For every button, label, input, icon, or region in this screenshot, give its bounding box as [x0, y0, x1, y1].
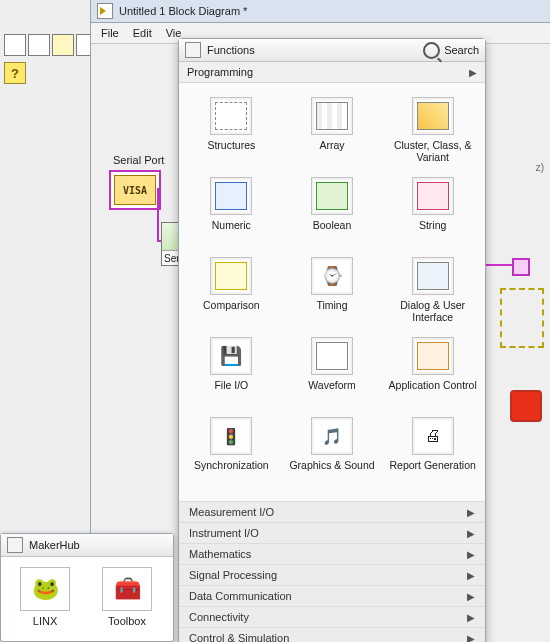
- palette-item-label: Numeric: [212, 219, 251, 243]
- chevron-right-icon: ▶: [467, 570, 475, 581]
- menu-file[interactable]: File: [101, 27, 119, 39]
- category-label: Signal Processing: [189, 569, 277, 581]
- control-label: Serial Port: [113, 154, 164, 166]
- category-signal-processing[interactable]: Signal Processing▶: [179, 564, 485, 585]
- palette-item-fileio[interactable]: 💾 File I/O: [181, 333, 282, 413]
- palette-item-label: Timing: [316, 299, 347, 323]
- pin-icon[interactable]: [7, 537, 23, 553]
- context-help-button[interactable]: ?: [4, 62, 26, 84]
- chevron-right-icon: ▶: [467, 633, 475, 643]
- category-measurement-io[interactable]: Measurement I/O▶: [179, 501, 485, 522]
- structures-icon: [210, 97, 252, 135]
- waveform-icon: [311, 337, 353, 375]
- palette-item-appcontrol[interactable]: Application Control: [382, 333, 483, 413]
- terminal[interactable]: [512, 258, 530, 276]
- palette-item-label: Comparison: [203, 299, 260, 323]
- palette-item-linx[interactable]: 🐸 LINX: [15, 567, 75, 627]
- section-label: Programming: [187, 66, 253, 78]
- palette-item-array[interactable]: Array: [282, 93, 383, 173]
- palette-item-label: LINX: [33, 615, 57, 627]
- category-connectivity[interactable]: Connectivity▶: [179, 606, 485, 627]
- palette-item-string[interactable]: String: [382, 173, 483, 253]
- category-label: Data Communication: [189, 590, 292, 602]
- palette-item-numeric[interactable]: Numeric: [181, 173, 282, 253]
- string-icon: [412, 177, 454, 215]
- palette-item-waveform[interactable]: Waveform: [282, 333, 383, 413]
- palette-item-label: Boolean: [313, 219, 352, 243]
- palette-body: 🐸 LINX 🧰 Toolbox: [1, 557, 173, 641]
- palette-item-comparison[interactable]: Comparison: [181, 253, 282, 333]
- palette-item-label: Report Generation: [389, 459, 475, 483]
- category-instrument-io[interactable]: Instrument I/O▶: [179, 522, 485, 543]
- window-titlebar[interactable]: Untitled 1 Block Diagram *: [91, 0, 550, 23]
- cluster-icon: [412, 97, 454, 135]
- visa-node-text: VISA: [114, 175, 156, 205]
- window-title: Untitled 1 Block Diagram *: [119, 5, 247, 17]
- palette-item-label: Array: [319, 139, 344, 163]
- tool-button[interactable]: [52, 34, 74, 56]
- chevron-right-icon: ▶: [467, 549, 475, 560]
- palette-item-structures[interactable]: Structures: [181, 93, 282, 173]
- icon-glyph: 🧰: [114, 576, 141, 602]
- category-mathematics[interactable]: Mathematics▶: [179, 543, 485, 564]
- array-icon: [311, 97, 353, 135]
- loop-fragment: [500, 288, 544, 348]
- palette-item-report[interactable]: 🖨 Report Generation: [382, 413, 483, 493]
- pin-icon[interactable]: [185, 42, 201, 58]
- tool-button[interactable]: [4, 34, 26, 56]
- palette-item-timing[interactable]: ⌚ Timing: [282, 253, 383, 333]
- palette-title: Functions: [207, 44, 417, 56]
- palette-item-sync[interactable]: 🚦 Synchronization: [181, 413, 282, 493]
- search-label: Search: [444, 44, 479, 56]
- tool-button[interactable]: [28, 34, 50, 56]
- category-label: Control & Simulation: [189, 632, 289, 642]
- icon-glyph: 🐸: [32, 576, 59, 602]
- palette-item-boolean[interactable]: Boolean: [282, 173, 383, 253]
- report-icon: 🖨: [412, 417, 454, 455]
- palette-item-cluster[interactable]: Cluster, Class, & Variant: [382, 93, 483, 173]
- chevron-right-icon: ▶: [467, 591, 475, 602]
- timing-icon: ⌚: [311, 257, 353, 295]
- palette-item-label: Cluster, Class, & Variant: [384, 139, 481, 163]
- chevron-right-icon: ▶: [467, 612, 475, 623]
- toolbox-icon: 🧰: [102, 567, 152, 611]
- linx-icon: 🐸: [20, 567, 70, 611]
- chevron-right-icon: ▶: [469, 67, 477, 78]
- functions-palette: Functions Search Programming ▶ Structure…: [178, 38, 486, 642]
- palette-item-label: Synchronization: [194, 459, 269, 483]
- palette-item-toolbox[interactable]: 🧰 Toolbox: [97, 567, 157, 627]
- palette-item-label: Toolbox: [108, 615, 146, 627]
- category-label: Connectivity: [189, 611, 249, 623]
- palette-item-label: Waveform: [308, 379, 355, 403]
- palette-titlebar[interactable]: Functions Search: [179, 39, 485, 62]
- sync-icon: 🚦: [210, 417, 252, 455]
- category-label: Instrument I/O: [189, 527, 259, 539]
- category-data-communication[interactable]: Data Communication▶: [179, 585, 485, 606]
- category-control-simulation[interactable]: Control & Simulation▶: [179, 627, 485, 642]
- visa-resource-node[interactable]: VISA: [109, 170, 161, 210]
- palette-item-label: Dialog & User Interface: [384, 299, 481, 323]
- comparison-icon: [210, 257, 252, 295]
- palette-title: MakerHub: [29, 539, 80, 551]
- palette-item-label: Application Control: [389, 379, 477, 403]
- numeric-icon: [210, 177, 252, 215]
- help-glyph: ?: [11, 66, 19, 81]
- palette-section-header[interactable]: Programming ▶: [179, 62, 485, 83]
- chevron-right-icon: ▶: [467, 528, 475, 539]
- graphics-icon: 🎵: [311, 417, 353, 455]
- makerhub-palette: MakerHub 🐸 LINX 🧰 Toolbox: [0, 533, 174, 642]
- palette-item-label: File I/O: [214, 379, 248, 403]
- palette-item-dialog[interactable]: Dialog & User Interface: [382, 253, 483, 333]
- palette-grid: Structures Array Cluster, Class, & Varia…: [179, 83, 485, 501]
- wire: [157, 188, 159, 242]
- palette-titlebar[interactable]: MakerHub: [1, 534, 173, 557]
- boolean-icon: [311, 177, 353, 215]
- stop-terminal[interactable]: [510, 390, 542, 422]
- menu-view[interactable]: Vie: [166, 27, 182, 39]
- palette-item-graphics[interactable]: 🎵 Graphics & Sound: [282, 413, 383, 493]
- palette-search[interactable]: Search: [423, 42, 479, 59]
- hz-label: z): [536, 162, 544, 173]
- menu-edit[interactable]: Edit: [133, 27, 152, 39]
- diagram-right-region: z): [492, 114, 548, 602]
- palette-item-label: Structures: [207, 139, 255, 163]
